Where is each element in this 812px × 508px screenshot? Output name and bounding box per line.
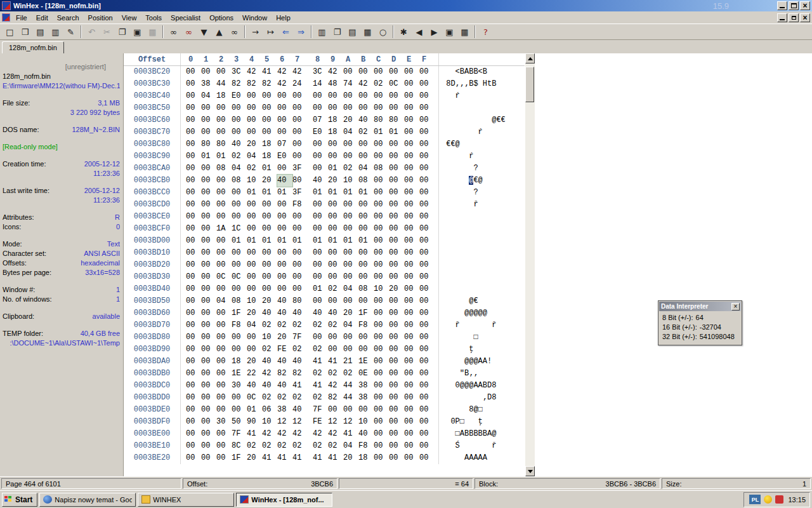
hex-byte[interactable]: 00	[313, 138, 328, 150]
hex-byte[interactable]: 07	[277, 138, 292, 150]
hex-byte[interactable]: 00	[201, 199, 216, 211]
hex-byte[interactable]: 00	[186, 356, 201, 368]
hex-byte[interactable]: 00	[389, 428, 404, 440]
hex-byte[interactable]: 00	[186, 78, 201, 90]
hex-byte[interactable]: 00	[201, 319, 216, 331]
hex-byte[interactable]: 00	[419, 380, 435, 392]
hex-byte[interactable]: 04	[343, 126, 358, 138]
hex-byte[interactable]: 0C	[216, 271, 232, 283]
hex-byte[interactable]: 02	[292, 344, 308, 356]
start-button[interactable]: Start	[2, 493, 37, 507]
hex-byte[interactable]: 00	[201, 102, 216, 114]
hex-byte[interactable]: 00	[404, 416, 419, 428]
hex-byte[interactable]: 00	[374, 307, 389, 319]
hex-byte[interactable]: 00	[232, 114, 247, 126]
hex-byte[interactable]: 0C	[247, 392, 262, 404]
hex-byte[interactable]: 04	[343, 319, 358, 331]
hex-byte[interactable]: 00	[186, 404, 201, 416]
hex-byte[interactable]: 00	[419, 283, 435, 295]
hex-byte[interactable]: 00	[292, 114, 308, 126]
hex-byte[interactable]: 01	[277, 187, 292, 199]
hex-byte[interactable]: 00	[186, 138, 201, 150]
hex-byte[interactable]: 00	[404, 380, 419, 392]
hex-byte[interactable]: 1E	[358, 356, 374, 368]
hex-byte[interactable]: 00	[389, 235, 404, 247]
back-icon[interactable]: ⇐	[278, 25, 293, 39]
hex-byte[interactable]: 00	[419, 271, 435, 283]
hex-byte[interactable]: 00	[419, 331, 435, 344]
hex-byte[interactable]: 00	[374, 344, 389, 356]
hex-byte[interactable]: 00	[247, 223, 262, 235]
hex-byte[interactable]: 00	[419, 440, 435, 452]
hex-byte[interactable]: 00	[358, 211, 374, 223]
hex-byte[interactable]: 40	[277, 295, 292, 307]
new-file-icon[interactable]: □	[3, 25, 17, 39]
mdi-minimize-button[interactable]	[777, 13, 787, 22]
ascii-text[interactable]: @€@	[438, 175, 517, 187]
hex-byte[interactable]: 00	[328, 271, 343, 283]
menu-item-help[interactable]: Help	[272, 13, 295, 23]
paste-into-icon[interactable]: ▦	[145, 25, 160, 39]
hex-byte[interactable]: 00	[374, 368, 389, 380]
hex-byte[interactable]: 38	[358, 392, 374, 404]
hex-byte[interactable]: 00	[374, 392, 389, 404]
language-indicator[interactable]: PL	[749, 495, 761, 504]
ascii-text[interactable]: 8@□	[438, 404, 517, 416]
ascii-text[interactable]: □	[438, 331, 517, 344]
hex-byte[interactable]: 00	[343, 344, 358, 356]
hex-byte[interactable]: 00	[389, 66, 404, 78]
hex-byte[interactable]: 7F	[313, 404, 328, 416]
task-browser[interactable]: Napisz nowy temat - Goo...	[39, 493, 136, 507]
hex-byte[interactable]: 02	[277, 440, 292, 452]
hex-byte[interactable]: E0	[232, 90, 247, 102]
hex-byte[interactable]: 00	[419, 126, 435, 138]
hex-byte[interactable]: 00	[186, 126, 201, 138]
hex-byte[interactable]: 00	[389, 211, 404, 223]
hex-byte[interactable]: 00	[232, 199, 247, 211]
hex-byte[interactable]: 00	[216, 187, 232, 199]
hex-byte[interactable]: 01	[389, 126, 404, 138]
hex-byte[interactable]: 00	[277, 114, 292, 126]
hex-byte[interactable]: 00	[277, 223, 292, 235]
hex-byte[interactable]: 00	[389, 90, 404, 102]
hex-byte[interactable]: 00	[262, 102, 277, 114]
hex-byte[interactable]: 3C	[313, 66, 328, 78]
hex-byte[interactable]: 00	[247, 211, 262, 223]
hex-byte[interactable]: 30	[232, 380, 247, 392]
hex-byte[interactable]: 00	[404, 114, 419, 126]
hex-byte[interactable]: 00	[216, 126, 232, 138]
hex-byte[interactable]: 00	[358, 271, 374, 283]
forward-icon[interactable]: ⇒	[294, 25, 308, 39]
hex-byte[interactable]: 00	[374, 211, 389, 223]
hex-byte[interactable]: 00	[404, 295, 419, 307]
hex-byte[interactable]: 00	[216, 344, 232, 356]
ascii-text[interactable]: ř	[438, 199, 517, 211]
hex-byte[interactable]: 01	[343, 187, 358, 199]
ascii-text[interactable]: □ABBBBBA@	[438, 428, 517, 440]
hex-byte[interactable]: 02	[292, 392, 308, 404]
hex-byte[interactable]: 00	[247, 102, 262, 114]
hex-byte[interactable]: 00	[328, 90, 343, 102]
hex-byte[interactable]: 00	[216, 199, 232, 211]
hex-byte[interactable]: 00	[389, 247, 404, 259]
hex-byte[interactable]: 00	[343, 138, 358, 150]
hex-byte[interactable]: 00	[232, 404, 247, 416]
ascii-text[interactable]: 0@@@AABD8	[438, 380, 517, 392]
hex-byte[interactable]: 00	[374, 331, 389, 344]
hex-byte[interactable]: 00	[328, 331, 343, 344]
ascii-text[interactable]: @€€	[438, 114, 517, 126]
hex-byte[interactable]: 00	[343, 331, 358, 344]
hex-byte[interactable]: 00	[292, 150, 308, 163]
find-hex-icon[interactable]: ∞	[181, 25, 196, 39]
hex-byte[interactable]: 42	[328, 66, 343, 78]
hex-byte[interactable]: 24	[292, 78, 308, 90]
hex-byte[interactable]: 01	[216, 150, 232, 163]
hex-byte[interactable]: 00	[201, 307, 216, 319]
hex-byte[interactable]: 0E	[358, 368, 374, 380]
hex-byte[interactable]: 44	[343, 380, 358, 392]
hex-byte[interactable]: 00	[262, 259, 277, 271]
hex-byte[interactable]: 00	[389, 199, 404, 211]
hex-byte[interactable]: 40	[247, 380, 262, 392]
hex-byte[interactable]: 00	[404, 223, 419, 235]
hex-byte[interactable]: 00	[389, 150, 404, 163]
